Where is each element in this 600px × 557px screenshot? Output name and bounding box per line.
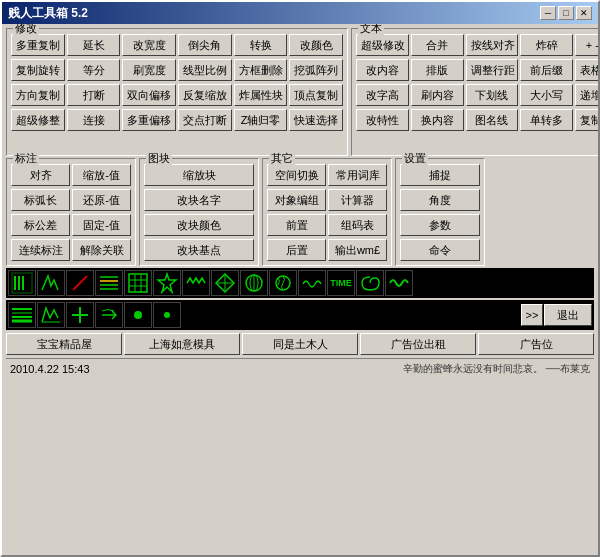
icon-cell-lines[interactable] [8,302,36,328]
icon-cell-9[interactable] [240,270,268,296]
btn-mingling[interactable]: 命令 [400,239,480,261]
btn-huanyuan-zhi[interactable]: 还原-值 [72,189,131,211]
btn-gai-neirong[interactable]: 改内容 [356,59,409,81]
icon-cell-arrow[interactable] [95,302,123,328]
btn-fanfu-suofang[interactable]: 反复缩放 [178,84,232,106]
btn-duochong-pianyi[interactable]: 多重偏移 [122,109,176,131]
btn-zhasui[interactable]: 炸碎 [520,34,573,56]
btn-huan-neirong[interactable]: 换内容 [411,109,464,131]
btn-gai-kuai-ming[interactable]: 改块名字 [144,189,254,211]
arrow-next-button[interactable]: >> [521,304,543,326]
icon-cell-dot2[interactable] [153,302,181,328]
icon-cell-2[interactable] [37,270,65,296]
btn-fuzhi-xuanzhuan[interactable]: 复制旋转 [11,59,65,81]
minimize-button[interactable]: ─ [540,6,556,20]
close-button[interactable]: ✕ [576,6,592,20]
btn-duochongfuzhi[interactable]: 多重复制 [11,34,65,56]
btn-jisuanqi[interactable]: 计算器 [328,189,387,211]
btn-biao-gongcha[interactable]: 标公差 [11,214,70,236]
btn-daojiaojiao[interactable]: 倒尖角 [178,34,232,56]
btn-zuma-biao[interactable]: 组码表 [328,214,387,236]
btn-dengfen[interactable]: 等分 [67,59,121,81]
icon-cell-time[interactable]: TIME [327,270,355,296]
icon-cell-7[interactable] [182,270,210,296]
icon-cell-11[interactable] [298,270,326,296]
icon-cell-plus[interactable] [66,302,94,328]
icon-cell-8[interactable] [211,270,239,296]
btn-houzhi[interactable]: 后置 [267,239,326,261]
btn-xiaxian-xian[interactable]: 下划线 [466,84,519,106]
btn-paiban[interactable]: 排版 [411,59,464,81]
btn-lianjie[interactable]: 连接 [67,109,121,131]
btn-tiaozhen-hangjv[interactable]: 调整行距 [466,59,519,81]
btn-canshu[interactable]: 参数 [400,214,480,236]
btn-daxiao-xie[interactable]: 大小写 [520,84,573,106]
btn-buzhua[interactable]: 捕捉 [400,164,480,186]
btn-fuzhi-bingai[interactable]: 复制并改 [575,109,598,131]
icon-cell-5[interactable] [124,270,152,296]
btn-hebing[interactable]: 合并 [411,34,464,56]
icon-cell-6[interactable] [153,270,181,296]
icon-cell-spiral[interactable] [356,270,384,296]
btn-lianxu-biaozhu[interactable]: 连续标注 [11,239,70,261]
btn-yanchang[interactable]: 延长 [67,34,121,56]
btn-shua-neirong[interactable]: 刷内容 [411,84,464,106]
btn-jiaodu[interactable]: 角度 [400,189,480,211]
btn-suofang-kuai[interactable]: 缩放块 [144,164,254,186]
btn-kuaisu-xuanze[interactable]: 快速选择 [289,109,343,131]
btn-gaiyanse[interactable]: 改颜色 [289,34,343,56]
btn-shuchu-wm[interactable]: 输出wm£ [328,239,387,261]
btn-biao-huchang[interactable]: 标弧长 [11,189,70,211]
link-ad2[interactable]: 广告位 [478,333,594,355]
btn-guding-zhi[interactable]: 固定-值 [72,214,131,236]
btn-wahu-zhenlie[interactable]: 挖弧阵列 [289,59,343,81]
btn-fangxiang-fuzhi[interactable]: 方向复制 [11,84,65,106]
btn-dingdian-fuzhi[interactable]: 顶点复制 [289,84,343,106]
btn-gai-kuai-yanse[interactable]: 改块颜色 [144,214,254,236]
wenben-stats-wrap: 文本 超级修改 合并 按线对齐 炸碎 + - × ÷ 改内容 排版 调整行距 前… [351,28,598,156]
btn-biaoge-juzhong[interactable]: 表格居中 [575,59,598,81]
btn-z-zhou-guiling[interactable]: Z轴归零 [234,109,288,131]
btn-qianzhi[interactable]: 前置 [267,214,326,236]
btn-anxian-duiqi[interactable]: 按线对齐 [466,34,519,56]
qita-label: 其它 [269,151,295,166]
icon-cell-10[interactable] [269,270,297,296]
btn-daquan[interactable]: 打断 [67,84,121,106]
btn-chaoji-xiuzheng[interactable]: 超级修整 [11,109,65,131]
maximize-button[interactable]: □ [558,6,574,20]
icon-cell-1[interactable] [8,270,36,296]
btn-dizeng-fuzhi[interactable]: 递增复制 [575,84,598,106]
icon-cell-wave2[interactable] [385,270,413,296]
icon-cell-zigzag[interactable] [37,302,65,328]
btn-fangkuangshanchu[interactable]: 方框删除 [234,59,288,81]
btn-changyong-ciku[interactable]: 常用词库 [328,164,387,186]
btn-dan-zhuan-duo[interactable]: 单转多 [520,109,573,131]
btn-duiqi[interactable]: 对齐 [11,164,70,186]
btn-qianhou-zhui[interactable]: 前后缀 [520,59,573,81]
btn-shuangxiang-pianyi[interactable]: 双向偏移 [122,84,176,106]
btn-zha-shuxingkuai[interactable]: 炸属性块 [234,84,288,106]
btn-jiechu-guanlian[interactable]: 解除关联 [72,239,131,261]
icon-cell-3[interactable] [66,270,94,296]
link-baobao[interactable]: 宝宝精品屋 [6,333,122,355]
btn-chaoji-xiugai[interactable]: 超级修改 [356,34,409,56]
icon-cell-dot1[interactable] [124,302,152,328]
exit-button[interactable]: 退出 [544,304,592,326]
btn-tuminxian[interactable]: 图名线 [466,109,519,131]
btn-gai-texing[interactable]: 改特性 [356,109,409,131]
btn-gai-kuai-jidian[interactable]: 改块基点 [144,239,254,261]
btn-kongjian-qiehuan[interactable]: 空间切换 [267,164,326,186]
btn-gaikuandu[interactable]: 改宽度 [122,34,176,56]
icon-cell-4[interactable] [95,270,123,296]
btn-zhuanhuan[interactable]: 转换 [234,34,288,56]
btn-xianxingbili[interactable]: 线型比例 [178,59,232,81]
link-ad1[interactable]: 广告位出租 [360,333,476,355]
btn-plus-minus[interactable]: + - × ÷ [575,34,598,56]
btn-gai-zigao[interactable]: 改字高 [356,84,409,106]
btn-suofang-zhi[interactable]: 缩放-值 [72,164,131,186]
btn-duixiang-bianzhu[interactable]: 对象编组 [267,189,326,211]
btn-shuakuandu[interactable]: 刷宽度 [122,59,176,81]
btn-jiaodian-daquan[interactable]: 交点打断 [178,109,232,131]
link-ruyi[interactable]: 上海如意模具 [124,333,240,355]
link-tumu[interactable]: 同是土木人 [242,333,358,355]
